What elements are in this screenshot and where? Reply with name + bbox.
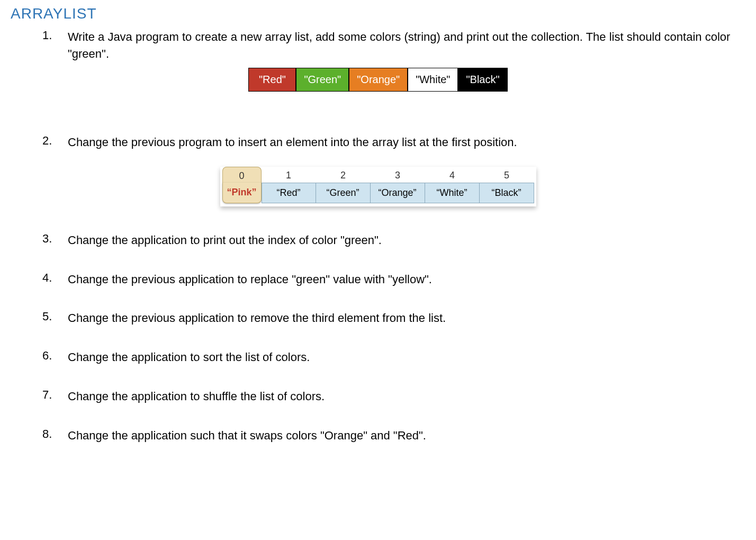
list-item: 8. Change the application such that it s… bbox=[42, 427, 745, 444]
item-text: Change the application to sort the list … bbox=[68, 349, 310, 366]
item-number: 2. bbox=[42, 134, 68, 151]
index-cell: 0 bbox=[222, 167, 262, 183]
item-text: Change the previous application to remov… bbox=[68, 310, 446, 327]
item-text: Change the application such that it swap… bbox=[68, 427, 426, 444]
index-cell: 3 bbox=[371, 167, 425, 183]
question-list-cont2: 3. Change the application to print out t… bbox=[11, 232, 745, 444]
item-text: Change the application to shuffle the li… bbox=[68, 388, 325, 405]
color-box-black: "Black" bbox=[458, 68, 507, 92]
item-number: 7. bbox=[42, 388, 68, 405]
item-number: 8. bbox=[42, 427, 68, 444]
list-item: 5. Change the previous application to re… bbox=[42, 310, 745, 327]
list-item: 2. Change the previous program to insert… bbox=[42, 134, 745, 151]
item-number: 3. bbox=[42, 232, 68, 249]
page-title: ARRAYLIST bbox=[11, 5, 745, 22]
value-row: “Pink” “Red” “Green” “Orange” “White” “B… bbox=[222, 183, 534, 203]
list-item: 4. Change the previous application to re… bbox=[42, 271, 745, 288]
index-cell: 4 bbox=[425, 167, 480, 183]
question-list-cont: 2. Change the previous program to insert… bbox=[11, 134, 745, 151]
item-text: Change the previous program to insert an… bbox=[68, 134, 517, 151]
index-cell: 2 bbox=[316, 167, 371, 183]
list-item: 3. Change the application to print out t… bbox=[42, 232, 745, 249]
color-box-white: "White" bbox=[408, 68, 458, 92]
item-text: Change the previous application to repla… bbox=[68, 271, 432, 288]
value-cell: “Red” bbox=[262, 183, 316, 203]
value-cell: “Black” bbox=[480, 183, 534, 203]
question-list: 1. Write a Java program to create a new … bbox=[11, 29, 745, 62]
item-text: Change the application to print out the … bbox=[68, 232, 382, 249]
index-cell: 5 bbox=[480, 167, 534, 183]
value-cell: “Orange” bbox=[371, 183, 425, 203]
index-cell: 1 bbox=[262, 167, 316, 183]
list-item: 6. Change the application to sort the li… bbox=[42, 349, 745, 366]
value-cell: “Green” bbox=[316, 183, 371, 203]
indexed-array-card: 0 1 2 3 4 5 “Pink” “Red” “Green” “Orange… bbox=[220, 167, 536, 206]
color-box-red: "Red" bbox=[248, 68, 296, 92]
item-text: Write a Java program to create a new arr… bbox=[68, 29, 745, 62]
index-row: 0 1 2 3 4 5 bbox=[222, 167, 534, 183]
value-cell-inserted: “Pink” bbox=[222, 183, 262, 203]
indexed-array-diagram: 0 1 2 3 4 5 “Pink” “Red” “Green” “Orange… bbox=[11, 167, 745, 206]
value-cell: “White” bbox=[425, 183, 480, 203]
list-item: 7. Change the application to shuffle the… bbox=[42, 388, 745, 405]
item-number: 6. bbox=[42, 349, 68, 366]
item-number: 1. bbox=[42, 29, 68, 62]
list-item: 1. Write a Java program to create a new … bbox=[42, 29, 745, 62]
item-number: 4. bbox=[42, 271, 68, 288]
item-number: 5. bbox=[42, 310, 68, 327]
color-boxes-diagram: "Red" "Green" "Orange" "White" "Black" bbox=[11, 68, 745, 92]
color-boxes-row: "Red" "Green" "Orange" "White" "Black" bbox=[248, 68, 507, 92]
color-box-green: "Green" bbox=[296, 68, 349, 92]
color-box-orange: "Orange" bbox=[349, 68, 408, 92]
